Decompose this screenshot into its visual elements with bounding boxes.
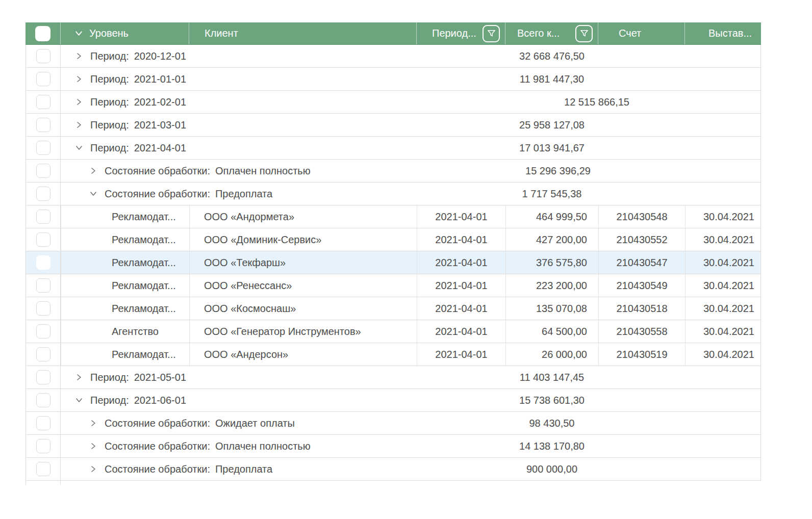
chevron-right-icon[interactable] — [75, 373, 83, 381]
group-label: Период: — [90, 73, 129, 85]
group-label: Период: — [90, 142, 129, 154]
chevron-right-icon[interactable] — [75, 52, 83, 60]
row-checkbox[interactable] — [36, 347, 50, 361]
column-header-client[interactable]: Клиент — [189, 22, 416, 44]
group-label: Период: — [90, 50, 129, 62]
row-checkbox[interactable] — [36, 393, 50, 407]
period-cell: 2021-04-01 — [417, 320, 505, 343]
checkbox-cell — [26, 45, 61, 67]
group-row[interactable]: Состояние обработки:Предоплата900 000,00 — [26, 458, 761, 481]
group-row[interactable]: Состояние обработки:Предоплата1 717 545,… — [26, 183, 761, 205]
total-cell: 64 500,00 — [505, 320, 598, 343]
funnel-filter-icon[interactable] — [483, 25, 500, 42]
row-checkbox[interactable] — [36, 118, 50, 132]
group-row[interactable]: Состояние обработки:Оплачен полностью14 … — [26, 435, 761, 458]
row-checkbox[interactable] — [36, 141, 50, 155]
group-cell: Период:2021-05-0111 403 147,45 — [61, 366, 762, 388]
account-cell: 210430548 — [598, 205, 685, 228]
table-header: Уровень Клиент Период... Всего к... Счет — [26, 22, 761, 45]
group-row[interactable]: Период:2021-01-0111 981 447,30 — [26, 68, 761, 91]
total-cell: 26 000,00 — [505, 343, 598, 366]
table-row[interactable]: Рекламодат...ООО «Космоснаш»2021-04-0113… — [26, 297, 761, 320]
row-checkbox[interactable] — [36, 187, 50, 201]
select-all-checkbox[interactable] — [35, 26, 50, 41]
group-row[interactable]: Период:2021-05-0111 403 147,45 — [26, 366, 761, 389]
row-checkbox[interactable] — [36, 301, 50, 316]
row-checkbox[interactable] — [36, 210, 50, 224]
checkbox-cell — [26, 137, 61, 159]
column-header-level[interactable]: Уровень — [60, 22, 189, 44]
client-cell: ООО «Доминик-Сервис» — [189, 228, 417, 251]
row-checkbox[interactable] — [36, 232, 50, 247]
group-value: Предоплата — [215, 463, 272, 475]
row-checkbox[interactable] — [36, 95, 50, 109]
client-cell: ООО «Андормета» — [189, 205, 417, 228]
table-row[interactable]: Рекламодат...ООО «Андормета»2021-04-0146… — [26, 205, 761, 228]
period-cell: 2021-04-01 — [417, 205, 505, 228]
group-summary-amount: 1 717 545,38 — [505, 188, 598, 200]
chevron-right-icon[interactable] — [89, 419, 97, 427]
group-value: 2021-01-01 — [134, 73, 186, 85]
issued-cell: 30.04.2021 — [685, 251, 762, 274]
group-summary-amount: 900 000,00 — [505, 463, 598, 475]
column-header-total[interactable]: Всего к... — [505, 22, 598, 44]
group-row[interactable]: Состояние обработки:Ожидает оплаты98 430… — [26, 412, 761, 435]
row-checkbox[interactable] — [36, 416, 50, 430]
chevron-right-icon[interactable] — [75, 75, 83, 83]
account-cell: 210430558 — [598, 320, 685, 343]
group-row[interactable]: Состояние обработки:Оплачен полностью15 … — [26, 160, 761, 183]
chevron-right-icon[interactable] — [75, 98, 83, 106]
table-row[interactable]: АгентствоООО «Генератор Инструментов»202… — [26, 320, 761, 343]
row-checkbox[interactable] — [36, 370, 50, 384]
group-row[interactable]: Период:2021-04-0117 013 941,67 — [26, 137, 761, 160]
chevron-down-icon[interactable] — [75, 396, 83, 404]
row-checkbox[interactable] — [36, 439, 50, 453]
chevron-down-icon[interactable] — [74, 29, 83, 38]
chevron-down-icon[interactable] — [89, 190, 97, 198]
client-cell: ООО «Андерсон» — [189, 343, 417, 366]
group-summary-amount: 98 430,50 — [505, 418, 598, 429]
group-summary-amount: 14 138 170,80 — [505, 440, 598, 452]
column-header-issued[interactable]: Выстав... — [684, 22, 761, 44]
group-row[interactable]: Период:2020-12-0132 668 476,50 — [26, 45, 761, 68]
checkbox-cell — [26, 251, 61, 274]
row-checkbox[interactable] — [36, 324, 50, 339]
column-header-account[interactable]: Счет — [598, 22, 684, 44]
group-value: Оплачен полностью — [215, 165, 311, 177]
row-checkbox[interactable] — [36, 164, 50, 178]
level-cell: Рекламодат... — [61, 274, 189, 297]
table-row[interactable]: Рекламодат...ООО «Доминик-Сервис»2021-04… — [26, 228, 761, 251]
period-cell: 2021-04-01 — [417, 228, 505, 251]
funnel-filter-icon[interactable] — [575, 25, 593, 42]
checkbox-cell — [26, 183, 61, 205]
chevron-right-icon[interactable] — [89, 465, 97, 473]
table-row[interactable]: Рекламодат...ООО «Андерсон»2021-04-0126 … — [26, 343, 761, 366]
row-checkbox[interactable] — [36, 72, 50, 86]
account-cell: 210430552 — [598, 228, 685, 251]
table-row[interactable]: Рекламодат...ООО «Текфарш»2021-04-01376 … — [26, 251, 761, 274]
group-row[interactable]: Период:2021-06-0115 738 601,30 — [26, 389, 761, 412]
table-row[interactable]: Рекламодат...ООО «Ренессанс»2021-04-0122… — [26, 274, 761, 297]
checkbox-cell — [26, 114, 61, 136]
row-checkbox[interactable] — [36, 49, 50, 63]
chevron-right-icon[interactable] — [89, 442, 97, 450]
level-cell: Рекламодат... — [61, 343, 189, 366]
column-header-label: Всего к... — [517, 28, 560, 39]
row-checkbox[interactable] — [36, 255, 50, 270]
issued-cell: 30.04.2021 — [685, 343, 762, 366]
chevron-right-icon[interactable] — [75, 121, 83, 129]
column-header-period[interactable]: Период... — [416, 22, 505, 44]
group-row[interactable]: Период:2021-02-0112 515 866,15 — [26, 91, 761, 114]
group-cell: Период:2021-01-0111 981 447,30 — [61, 68, 762, 90]
grouped-invoices-grid: Уровень Клиент Период... Всего к... Счет — [0, 0, 812, 519]
checkbox-cell — [26, 458, 61, 480]
group-label: Состояние обработки: — [105, 463, 210, 475]
chevron-down-icon[interactable] — [75, 144, 83, 152]
chevron-right-icon[interactable] — [89, 167, 97, 175]
group-label: Состояние обработки: — [105, 418, 210, 429]
row-checkbox[interactable] — [36, 278, 50, 293]
row-checkbox[interactable] — [36, 462, 50, 476]
checkbox-cell — [26, 91, 61, 113]
account-cell: 210430549 — [598, 274, 685, 297]
group-row[interactable]: Период:2021-03-0125 958 127,08 — [26, 114, 761, 137]
